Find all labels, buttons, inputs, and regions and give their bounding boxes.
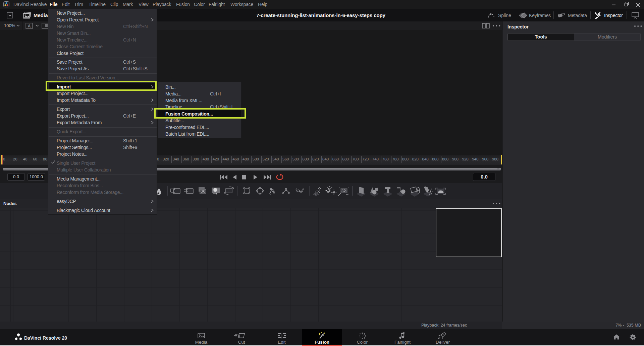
- svg-text:A: A: [28, 24, 31, 28]
